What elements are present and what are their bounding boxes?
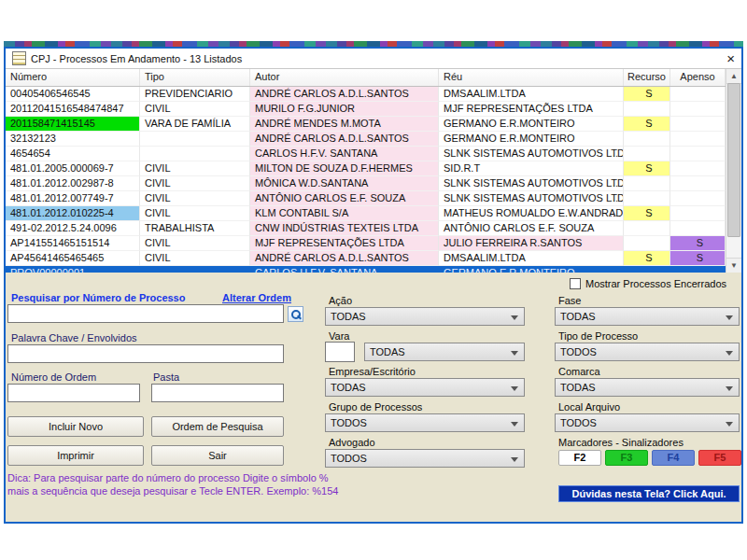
table-row[interactable]: AP141551465151514CIVILMJF REPRESENTAÇÕES… bbox=[6, 236, 726, 251]
table-row[interactable]: 32132123ANDRÉ CARLOS A.D.L.SANTOSGERMANO… bbox=[6, 132, 726, 147]
cell-reu: ANTÔNIO CARLOS E.F. SOUZA bbox=[439, 221, 624, 236]
marker-f3-button[interactable]: F3 bbox=[605, 450, 648, 466]
scroll-down-icon[interactable]: ▼ bbox=[726, 258, 741, 273]
comarca-select[interactable]: TODAS bbox=[555, 378, 740, 397]
truncation-marker: ... bbox=[610, 206, 618, 220]
cell-numero: PROV00000001 bbox=[6, 266, 140, 273]
local-arquivo-select[interactable]: TODOS bbox=[555, 413, 740, 432]
table-row[interactable]: 201158471415145VARA DE FAMÍLIAANDRÉ MEND… bbox=[6, 117, 726, 132]
marker-f4-button[interactable]: F4 bbox=[652, 450, 695, 466]
vara-label: Vara bbox=[329, 330, 349, 342]
cell-numero: 481.01.2005.000069-7 bbox=[6, 161, 140, 176]
comarca-value: TODAS bbox=[560, 382, 596, 393]
cell-recurso bbox=[624, 102, 670, 117]
table-body: 00405406546545PREVIDENCIARIOANDRÉ CARLOS… bbox=[6, 87, 726, 273]
vara-select[interactable]: TODAS bbox=[364, 343, 525, 361]
cell-apenso: S bbox=[670, 236, 726, 251]
table-row[interactable]: AP45641465465465CIVILANDRÉ CARLOS A.D.L.… bbox=[6, 251, 726, 266]
marker-f5-button[interactable]: F5 bbox=[698, 450, 741, 466]
cell-tipo: CIVIL bbox=[140, 191, 250, 206]
cell-tipo: CIVIL bbox=[140, 236, 250, 251]
fase-select[interactable]: TODAS bbox=[555, 307, 740, 326]
column-header[interactable]: Número bbox=[6, 69, 140, 86]
cell-numero: 481.01.2012.002987-8 bbox=[6, 176, 140, 191]
order-number-input[interactable] bbox=[7, 384, 140, 402]
screen: CPJ - Processos Em Andamento - 13 Listad… bbox=[0, 0, 747, 560]
column-header[interactable]: Réu bbox=[439, 69, 624, 86]
local-arquivo-label: Local Arquivo bbox=[558, 401, 620, 413]
cell-tipo: CIVIL bbox=[140, 176, 250, 191]
cell-autor: CNW INDÚSTRIAS TEXTEIS LTDA bbox=[250, 221, 439, 236]
close-icon[interactable]: × bbox=[726, 52, 735, 64]
acao-select[interactable]: TODAS bbox=[325, 307, 525, 326]
include-new-button[interactable]: Incluir Novo bbox=[7, 416, 144, 437]
chevron-down-icon bbox=[511, 422, 518, 427]
vertical-scrollbar[interactable]: ▲ ▼ bbox=[726, 69, 741, 273]
cell-reu: DMSAALIM.LTDA bbox=[439, 251, 624, 266]
grupo-label: Grupo de Processos bbox=[329, 401, 422, 413]
cell-numero: 481.01.2012.010225-4 bbox=[6, 206, 140, 221]
exit-button[interactable]: Sair bbox=[151, 445, 284, 466]
column-header[interactable]: Apenso bbox=[670, 69, 726, 86]
search-order-button[interactable]: Ordem de Pesquisa bbox=[151, 416, 284, 437]
table-row[interactable]: 481.01.2012.010225-4CIVILKLM CONTABIL S/… bbox=[6, 206, 726, 221]
column-header[interactable]: Recurso bbox=[624, 69, 670, 86]
local-arquivo-value: TODOS bbox=[560, 417, 597, 428]
print-button[interactable]: Imprimir bbox=[7, 445, 144, 466]
cell-autor: ANDRÉ MENDES M.MOTA bbox=[250, 117, 439, 132]
table-row[interactable]: PROV00000001CARLOS H.F.V. SANTANAGERMANO… bbox=[6, 266, 726, 273]
cell-autor: ANDRÉ CARLOS A.D.L.SANTOS bbox=[250, 132, 439, 147]
cell-recurso: S bbox=[624, 87, 670, 102]
grupo-select[interactable]: TODOS bbox=[325, 413, 525, 432]
cell-numero: 4654654 bbox=[6, 147, 140, 161]
search-icon[interactable] bbox=[288, 306, 303, 322]
cpj-window: CPJ - Processos Em Andamento - 13 Listad… bbox=[4, 47, 743, 524]
cell-recurso: S bbox=[624, 206, 670, 221]
help-button[interactable]: Dúvidas nesta Tela? Click Aqui. bbox=[558, 485, 740, 502]
column-header[interactable]: Autor bbox=[250, 69, 439, 86]
table-row[interactable]: 481.01.2012.007749-7CIVILANTÔNIO CARLOS … bbox=[6, 191, 726, 206]
cell-apenso bbox=[670, 176, 726, 191]
vara-code-input[interactable] bbox=[325, 342, 355, 362]
order-number-label: Número de Ordem bbox=[11, 371, 96, 383]
table-row[interactable]: 4654654CARLOS H.F.V. SANTANASLNK SISTEMA… bbox=[6, 147, 726, 161]
table-row[interactable]: 481.01.2005.000069-7CIVILMILTON DE SOUZA… bbox=[6, 161, 726, 176]
cell-reu: SLNK SISTEMAS AUTOMOTIVOS LTDA... bbox=[439, 176, 624, 191]
cell-autor: MJF REPRESENTAÇÕES LTDA bbox=[250, 236, 439, 251]
change-order-link[interactable]: Alterar Ordem bbox=[222, 292, 291, 303]
cell-tipo: PREVIDENCIARIO bbox=[140, 87, 250, 102]
tipo-processo-select[interactable]: TODOS bbox=[555, 343, 740, 361]
empresa-select[interactable]: TODAS bbox=[325, 378, 525, 397]
table-row[interactable]: 491-02.2012.5.24.0096TRABALHISTACNW INDÚ… bbox=[6, 221, 726, 236]
folder-input[interactable] bbox=[151, 384, 284, 402]
advogado-select[interactable]: TODOS bbox=[325, 449, 525, 468]
cell-reu: SLNK SISTEMAS AUTOMOTIVOS LTDA... bbox=[439, 147, 624, 161]
chevron-down-icon bbox=[726, 386, 733, 391]
show-closed-label: Mostrar Processos Encerrados bbox=[585, 278, 726, 289]
cell-apenso bbox=[670, 102, 726, 117]
table-row[interactable]: 481.01.2012.002987-8CIVILMÔNICA W.D.SANT… bbox=[6, 176, 726, 191]
scroll-up-icon[interactable]: ▲ bbox=[726, 69, 741, 84]
keyword-input[interactable] bbox=[7, 344, 284, 363]
table-header: NúmeroTipoAutorRéuRecursoApenso bbox=[6, 69, 726, 87]
scrollbar-thumb[interactable] bbox=[727, 83, 740, 237]
tipo-processo-label: Tipo de Processo bbox=[558, 330, 638, 342]
fase-value: TODAS bbox=[560, 311, 596, 322]
chevron-down-icon bbox=[726, 351, 733, 356]
folder-label: Pasta bbox=[153, 371, 179, 383]
cell-autor: ANTÔNIO CARLOS E.F. SOUZA bbox=[250, 191, 439, 206]
cell-tipo: TRABALHISTA bbox=[140, 221, 250, 236]
cell-reu: SLNK SISTEMAS AUTOMOTIVOS LTDA... bbox=[439, 191, 624, 206]
cell-numero: AP141551465151514 bbox=[6, 236, 140, 251]
table-row[interactable]: 00405406546545PREVIDENCIARIOANDRÉ CARLOS… bbox=[6, 87, 726, 102]
column-header[interactable]: Tipo bbox=[140, 69, 250, 86]
acao-value: TODAS bbox=[331, 311, 366, 322]
process-number-input[interactable] bbox=[7, 304, 284, 323]
cell-apenso bbox=[670, 87, 726, 102]
window-title: CPJ - Processos Em Andamento - 13 Listad… bbox=[31, 53, 242, 64]
table-row[interactable]: 20112041516548474847CIVILMURILO F.G.JUNI… bbox=[6, 102, 726, 117]
cell-apenso bbox=[670, 161, 726, 176]
marker-f2-button[interactable]: F2 bbox=[558, 450, 601, 466]
cell-apenso bbox=[670, 221, 726, 236]
show-closed-checkbox[interactable] bbox=[570, 278, 581, 289]
